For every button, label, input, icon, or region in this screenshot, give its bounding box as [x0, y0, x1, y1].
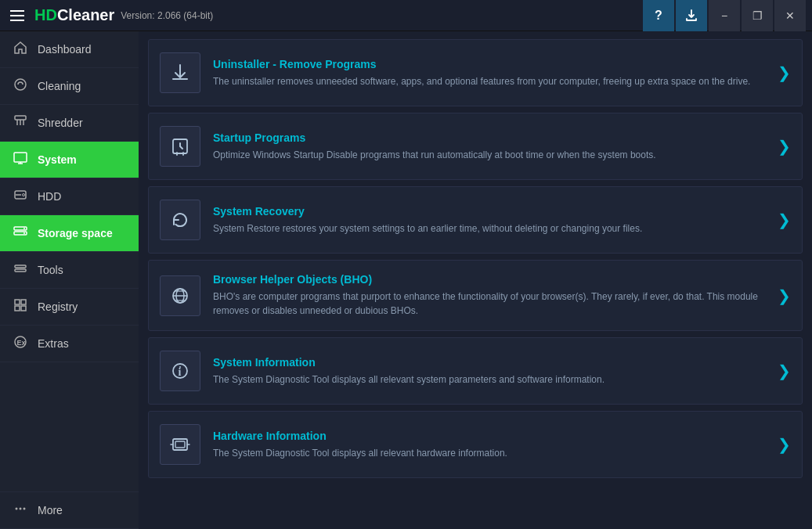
bho-title: Browser Helper Objects (BHO) — [213, 273, 765, 286]
sidebar-item-shredder[interactable]: Shredder — [0, 105, 139, 142]
startup-text: Startup Programs Optimize Windows Startu… — [213, 131, 765, 162]
sidebar-label-extras: Extras — [38, 337, 69, 350]
sidebar-label-system: System — [38, 153, 77, 166]
more-icon — [13, 502, 28, 519]
system-info-text: System Information The System Diagnostic… — [213, 356, 765, 387]
svg-rect-11 — [15, 300, 20, 304]
sidebar-label-hdd: HDD — [38, 190, 61, 203]
sidebar-label-storage-space: Storage space — [38, 227, 113, 239]
sidebar-item-extras[interactable]: Ex Extras — [0, 326, 139, 362]
sidebar-item-more[interactable]: More — [0, 491, 139, 529]
svg-point-28 — [179, 366, 181, 368]
app-version: Version: 2.066 (64-bit) — [121, 10, 213, 21]
svg-rect-9 — [15, 265, 26, 268]
system-info-desc: The System Diagnostic Tool displays all … — [213, 372, 765, 387]
sidebar: Dashboard Cleaning Shredder System HDD — [0, 31, 139, 529]
card-hardware-info[interactable]: Hardware Information The System Diagnost… — [148, 411, 803, 478]
cleaning-icon — [13, 77, 28, 95]
sidebar-item-system[interactable]: System — [0, 142, 139, 178]
hardware-info-arrow: ❯ — [778, 435, 791, 454]
bho-icon — [160, 275, 200, 316]
minimize-button[interactable]: − — [709, 0, 740, 31]
sidebar-item-registry[interactable]: Registry — [0, 289, 139, 326]
system-recovery-title: System Recovery — [213, 205, 765, 218]
startup-title: Startup Programs — [213, 131, 765, 144]
hardware-info-icon — [160, 424, 200, 465]
registry-icon — [13, 298, 28, 315]
uninstaller-desc: The uninstaller removes unneeded softwar… — [213, 74, 765, 88]
svg-rect-10 — [15, 269, 26, 272]
card-startup[interactable]: Startup Programs Optimize Windows Startu… — [148, 113, 803, 180]
card-uninstaller[interactable]: Uninstaller - Remove Programs The uninst… — [148, 39, 803, 106]
system-info-arrow: ❯ — [778, 362, 791, 380]
sidebar-label-registry: Registry — [38, 300, 78, 313]
uninstaller-text: Uninstaller - Remove Programs The uninst… — [213, 58, 765, 88]
system-info-icon: i — [160, 351, 200, 391]
titlebar: HDCleaner Version: 2.066 (64-bit) ? − ❐ … — [0, 0, 812, 31]
svg-rect-12 — [21, 300, 26, 304]
card-bho[interactable]: Browser Helper Objects (BHO) BHO's are c… — [148, 260, 803, 331]
startup-arrow: ❯ — [778, 137, 791, 156]
svg-point-0 — [15, 79, 26, 90]
svg-text:i: i — [179, 366, 182, 378]
sidebar-item-hdd[interactable]: HDD — [0, 178, 139, 215]
bho-arrow: ❯ — [778, 286, 791, 305]
svg-rect-13 — [15, 306, 20, 311]
svg-text:Ex: Ex — [17, 339, 26, 347]
bho-text: Browser Helper Objects (BHO) BHO's are c… — [213, 273, 765, 318]
system-recovery-icon — [160, 200, 200, 240]
main-layout: Dashboard Cleaning Shredder System HDD — [0, 31, 812, 529]
svg-point-18 — [20, 508, 22, 510]
help-button[interactable]: ? — [643, 0, 674, 31]
extras-icon: Ex — [13, 335, 28, 352]
svg-rect-1 — [15, 116, 26, 120]
tools-icon — [13, 261, 28, 279]
close-button[interactable]: ✕ — [774, 0, 806, 31]
system-recovery-arrow: ❯ — [778, 211, 791, 229]
sidebar-label-dashboard: Dashboard — [38, 43, 92, 56]
sidebar-item-cleaning[interactable]: Cleaning — [0, 68, 139, 105]
system-recovery-desc: System Restore restores your system sett… — [213, 221, 765, 236]
svg-rect-2 — [14, 153, 27, 162]
svg-point-17 — [16, 508, 18, 510]
hardware-info-title: Hardware Information — [213, 430, 765, 442]
sidebar-item-tools[interactable]: Tools — [0, 252, 139, 289]
shredder-icon — [13, 114, 28, 131]
sidebar-label-more: More — [38, 504, 63, 516]
startup-desc: Optimize Windows Startup Disable program… — [213, 148, 765, 162]
sidebar-item-storage-space[interactable]: Storage space — [0, 215, 139, 252]
menu-button[interactable] — [6, 5, 28, 27]
card-system-recovery[interactable]: System Recovery System Restore restores … — [148, 186, 803, 254]
storage-icon — [13, 225, 28, 242]
svg-rect-30 — [175, 441, 185, 448]
hdd-icon — [13, 188, 28, 205]
svg-point-8 — [23, 232, 25, 234]
startup-icon — [160, 126, 200, 167]
maximize-button[interactable]: ❐ — [742, 0, 773, 31]
sidebar-item-dashboard[interactable]: Dashboard — [0, 31, 139, 68]
sidebar-label-shredder: Shredder — [38, 117, 83, 129]
uninstaller-arrow: ❯ — [778, 63, 791, 82]
system-icon — [13, 151, 28, 168]
uninstaller-icon — [160, 52, 200, 93]
app-logo: HDCleaner — [34, 6, 114, 24]
uninstaller-title: Uninstaller - Remove Programs — [213, 58, 765, 70]
card-system-info[interactable]: i System Information The System Diagnost… — [148, 337, 803, 405]
svg-rect-14 — [21, 306, 26, 311]
system-recovery-text: System Recovery System Restore restores … — [213, 205, 765, 236]
download-button[interactable] — [676, 0, 707, 31]
bho-desc: BHO's are computer programs that purport… — [213, 290, 765, 318]
hardware-info-text: Hardware Information The System Diagnost… — [213, 430, 765, 460]
system-info-title: System Information — [213, 356, 765, 369]
svg-point-7 — [23, 228, 25, 229]
hardware-info-desc: The System Diagnostic Tool displays all … — [213, 446, 765, 460]
content-area: Uninstaller - Remove Programs The uninst… — [139, 31, 812, 529]
sidebar-label-tools: Tools — [38, 264, 63, 276]
svg-point-4 — [23, 194, 25, 196]
sidebar-label-cleaning: Cleaning — [38, 80, 81, 92]
home-icon — [13, 41, 28, 58]
svg-point-19 — [23, 508, 26, 510]
window-controls: ? − ❐ ✕ — [643, 0, 806, 31]
